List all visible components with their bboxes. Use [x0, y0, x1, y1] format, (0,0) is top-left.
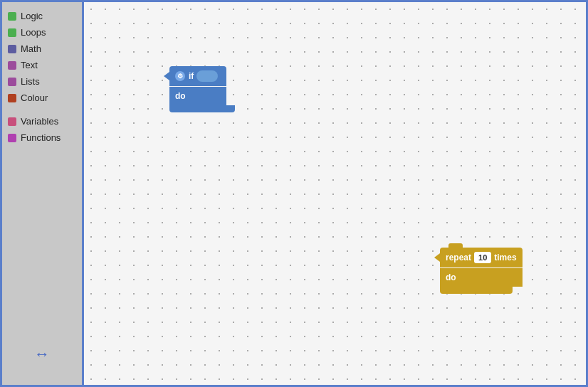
blockly-canvas[interactable]: ⚙ if do repeat 10 times [84, 2, 586, 385]
sidebar-item-variables[interactable]: Variables [2, 113, 82, 129]
logic-color-dot [8, 12, 16, 21]
sidebar-label-logic: Logic [21, 11, 43, 21]
sidebar-item-colour[interactable]: Colour [2, 90, 82, 106]
sidebar-label-loops: Loops [21, 27, 46, 38]
math-color-dot [8, 45, 16, 53]
sidebar: Logic Loops Math Text Lists Colour Varia… [2, 2, 84, 385]
sidebar-label-lists: Lists [21, 76, 40, 87]
repeat-block-body: repeat 10 times do [440, 248, 523, 294]
sidebar-item-loops[interactable]: Loops [2, 24, 82, 41]
if-block-body: ⚙ if do [169, 66, 226, 112]
sidebar-label-math: Math [21, 43, 41, 54]
sidebar-item-text[interactable]: Text [2, 57, 82, 73]
repeat-block[interactable]: repeat 10 times do [440, 248, 523, 294]
sidebar-label-text: Text [21, 60, 38, 70]
if-block[interactable]: ⚙ if do [169, 66, 226, 112]
gear-icon[interactable]: ⚙ [175, 71, 185, 81]
do-label: do [175, 91, 186, 101]
colour-color-dot [8, 94, 16, 102]
resize-arrow[interactable]: ↔ [34, 345, 50, 364]
sidebar-label-variables: Variables [21, 116, 58, 127]
text-color-dot [8, 61, 16, 70]
if-do-row: do [169, 87, 226, 105]
if-condition-slot[interactable] [196, 70, 218, 82]
sidebar-item-logic[interactable]: Logic [2, 8, 82, 24]
loops-color-dot [8, 28, 16, 37]
sidebar-item-lists[interactable]: Lists [2, 73, 82, 90]
if-label: if [189, 71, 194, 81]
sidebar-label-colour: Colour [21, 92, 48, 103]
variables-color-dot [8, 117, 16, 126]
repeat-notch [448, 243, 463, 248]
repeat-number-input[interactable]: 10 [474, 252, 491, 263]
repeat-label: repeat [446, 253, 471, 263]
sidebar-label-functions: Functions [21, 132, 61, 143]
lists-color-dot [8, 78, 16, 86]
if-block-footer [169, 105, 226, 112]
if-block-header[interactable]: ⚙ if [169, 66, 226, 86]
repeat-do-row: do [440, 268, 523, 287]
functions-color-dot [8, 134, 16, 142]
sidebar-item-functions[interactable]: Functions [2, 129, 82, 146]
times-label: times [494, 253, 516, 263]
repeat-do-label: do [446, 272, 456, 282]
repeat-block-footer [440, 287, 504, 294]
sidebar-item-math[interactable]: Math [2, 41, 82, 57]
repeat-block-header[interactable]: repeat 10 times [440, 248, 523, 267]
main-container: Logic Loops Math Text Lists Colour Varia… [0, 0, 588, 387]
